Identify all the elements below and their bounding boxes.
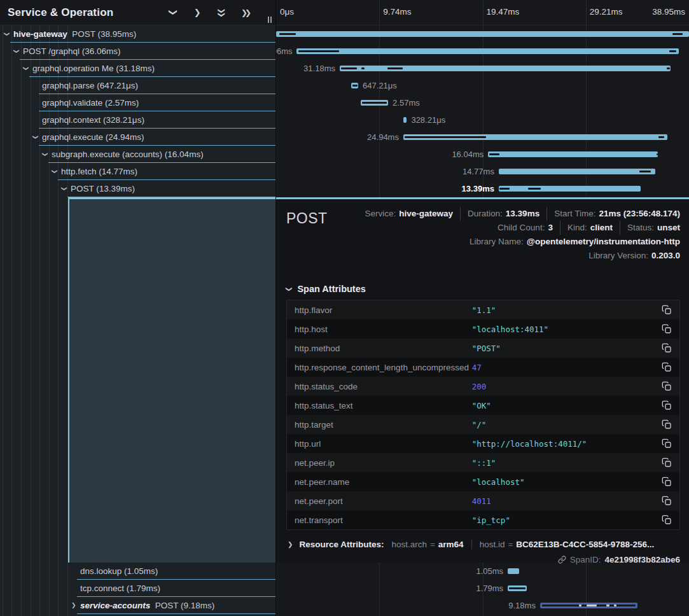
copy-icon[interactable] bbox=[662, 324, 672, 334]
copy-icon[interactable] bbox=[662, 496, 672, 506]
span-bar-row[interactable]: 9.18ms bbox=[276, 597, 689, 614]
span-duration-bar[interactable] bbox=[361, 100, 388, 106]
copy-icon[interactable] bbox=[662, 438, 672, 449]
duration-label: 647.21μs bbox=[363, 77, 397, 94]
attribute-value: "ip_tcp" bbox=[472, 515, 662, 525]
equals-sign: = bbox=[430, 540, 435, 549]
attribute-key: net.peer.ip bbox=[295, 458, 472, 468]
span-bar-row[interactable]: 2.57ms bbox=[276, 94, 689, 111]
span-duration-bar[interactable] bbox=[340, 66, 671, 71]
span-bar-row[interactable] bbox=[276, 25, 689, 43]
expand-all-icon[interactable]: ❯❯ bbox=[241, 9, 251, 17]
detail-meta-line: Service:hive-gatewayDuration:13.39msStar… bbox=[328, 207, 680, 221]
duration-label: 14.77ms bbox=[463, 163, 494, 180]
meta-label: Kind: bbox=[567, 221, 587, 235]
span-tree-row[interactable]: ❯service-accounts POST (9.18ms) bbox=[0, 597, 275, 614]
attribute-value: 47 bbox=[472, 363, 662, 372]
span-bar-row[interactable]: 1.79ms bbox=[276, 580, 689, 597]
span-bar-row[interactable]: 14.77ms bbox=[276, 163, 689, 180]
span-tree-row[interactable]: ❯POST (13.39ms) bbox=[0, 180, 275, 197]
collapse-one-icon[interactable]: ❯ bbox=[169, 9, 177, 16]
copy-icon[interactable] bbox=[662, 343, 672, 353]
resource-attribute: host.id=BC62E13B-C4CC-5854-9788-256... bbox=[471, 540, 655, 549]
child-span-mark bbox=[362, 102, 387, 104]
detail-meta-item: Library Version:0.203.0 bbox=[588, 249, 680, 263]
detail-meta-item: Duration:13.39ms bbox=[460, 207, 539, 221]
attribute-key: http.host bbox=[295, 325, 472, 334]
span-duration-bar[interactable] bbox=[499, 186, 641, 192]
child-span-mark bbox=[579, 605, 581, 606]
span-name-label: POST (13.39ms) bbox=[71, 180, 135, 197]
attribute-row: http.method"POST" bbox=[287, 339, 679, 358]
span-tree-row[interactable]: graphql.validate (2.57ms) bbox=[0, 94, 275, 111]
child-span-mark bbox=[298, 50, 338, 52]
timeline-pane: 0μs9.74ms19.47ms29.21ms38.95ms 36.06ms31… bbox=[276, 0, 689, 616]
span-tree-row[interactable]: ❯http.fetch (14.77ms) bbox=[0, 163, 275, 180]
attribute-value: 200 bbox=[472, 382, 662, 391]
span-bar-row[interactable]: 24.94ms bbox=[276, 129, 689, 146]
span-bar-row[interactable]: 1.05ms bbox=[276, 563, 689, 580]
detail-meta-item: Service:hive-gateway bbox=[365, 207, 453, 221]
attribute-row: http.url"http://localhost:4011/" bbox=[287, 434, 679, 453]
chevron-right-icon: ❯ bbox=[288, 541, 293, 548]
span-duration-bar[interactable] bbox=[276, 31, 689, 37]
span-tree-row[interactable]: graphql.parse (647.21μs) bbox=[0, 77, 275, 94]
copy-icon[interactable] bbox=[662, 419, 672, 430]
span-tree-row[interactable]: tcp.connect (1.79ms) bbox=[0, 580, 275, 597]
span-tree-row[interactable]: dns.lookup (1.05ms) bbox=[0, 563, 275, 580]
copy-icon[interactable] bbox=[662, 458, 672, 468]
span-duration-bar[interactable] bbox=[508, 585, 527, 591]
timeline-tick-label: 19.47ms bbox=[483, 0, 520, 24]
meta-label: Duration: bbox=[468, 207, 503, 221]
link-icon[interactable] bbox=[558, 556, 566, 564]
child-span-mark bbox=[405, 136, 487, 138]
span-duration-bar[interactable] bbox=[508, 568, 518, 574]
attribute-row: http.flavor"1.1" bbox=[287, 300, 679, 319]
span-duration-bar[interactable] bbox=[540, 603, 637, 608]
span-attributes-toggle[interactable]: ❯ Span Attributes bbox=[286, 284, 680, 294]
span-duration-bar[interactable] bbox=[351, 83, 358, 88]
span-tree-row[interactable]: ❯POST /graphql (36.06ms) bbox=[0, 43, 275, 60]
tick-gridline bbox=[586, 0, 587, 25]
resource-attributes-toggle[interactable]: ❯ Resource Attributes: host.arch=arm64ho… bbox=[286, 540, 680, 549]
copy-icon[interactable] bbox=[662, 515, 672, 525]
span-tree-row[interactable]: graphql.context (328.21μs) bbox=[0, 111, 275, 129]
attribute-value: "OK" bbox=[472, 401, 662, 410]
attribute-row: net.peer.ip"::1" bbox=[287, 453, 679, 472]
attribute-value: "localhost:4011" bbox=[472, 325, 662, 334]
span-duration-bar[interactable] bbox=[403, 134, 668, 140]
collapse-all-icon[interactable]: ❯❯ bbox=[218, 9, 224, 17]
span-name-pane: Service & Operation ❯ ❯ ❯❯ ❯❯ ❯hive-gate… bbox=[0, 0, 276, 616]
copy-icon[interactable] bbox=[662, 381, 672, 391]
span-duration-bar[interactable] bbox=[403, 117, 407, 123]
copy-icon[interactable] bbox=[662, 305, 672, 315]
span-bar-row[interactable]: 647.21μs bbox=[276, 77, 689, 94]
span-duration-bar[interactable] bbox=[296, 48, 679, 54]
duration-label: 36.06ms bbox=[276, 43, 293, 60]
span-tree-row[interactable]: ❯graphql.execute (24.94ms) bbox=[0, 129, 275, 146]
span-duration-bar[interactable] bbox=[488, 151, 658, 157]
attribute-key: net.transport bbox=[295, 515, 472, 525]
pane-resize-handle[interactable] bbox=[268, 17, 272, 23]
span-tree-row[interactable]: ❯hive-gateway POST (38.95ms) bbox=[0, 25, 275, 43]
child-span-mark bbox=[606, 605, 609, 606]
span-bar-row[interactable]: 31.18ms bbox=[276, 60, 689, 77]
span-tree-row[interactable]: ❯subgraph.execute (accounts) (16.04ms) bbox=[0, 146, 275, 163]
attribute-key: net.peer.name bbox=[295, 477, 472, 487]
span-bar-row[interactable]: 16.04ms bbox=[276, 146, 689, 163]
span-duration-bar[interactable] bbox=[499, 169, 655, 174]
span-bar-row[interactable]: 36.06ms bbox=[276, 43, 689, 60]
span-bar-row[interactable]: 13.39ms bbox=[276, 180, 689, 197]
chevron-right-icon[interactable]: ❯ bbox=[71, 597, 76, 614]
span-bar-row[interactable]: 328.21μs bbox=[276, 111, 689, 129]
copy-icon[interactable] bbox=[662, 400, 672, 410]
copy-icon[interactable] bbox=[662, 362, 672, 372]
child-span-mark bbox=[361, 67, 365, 69]
timeline-tick-label: 9.74ms bbox=[379, 0, 411, 24]
child-span-mark bbox=[672, 33, 683, 35]
meta-label: Library Version: bbox=[588, 249, 648, 263]
span-tree-row[interactable]: ❯graphql.operation Me (31.18ms) bbox=[0, 60, 275, 77]
expand-one-icon[interactable]: ❯ bbox=[194, 8, 201, 17]
duration-label: 1.79ms bbox=[476, 580, 503, 597]
copy-icon[interactable] bbox=[662, 477, 672, 487]
